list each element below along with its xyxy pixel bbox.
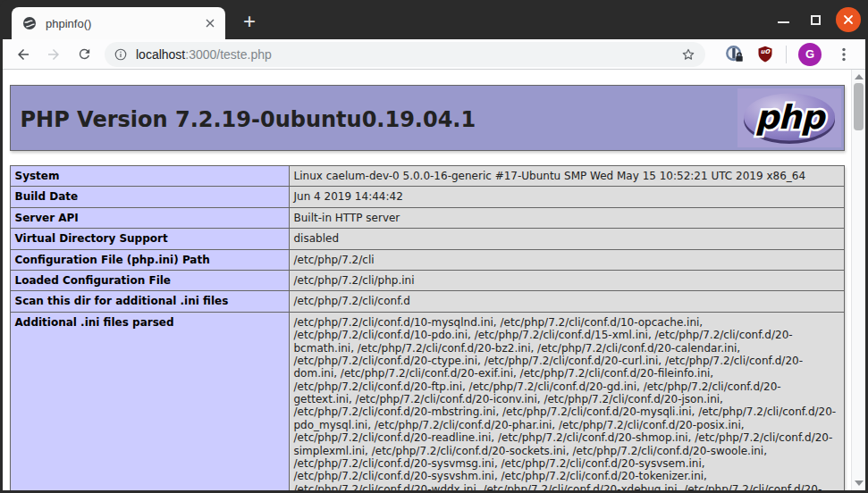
browser-window: phpinfo() + xyxy=(0,0,868,493)
phpinfo-table: System Linux caelum-dev-0 5.0.0-16-gener… xyxy=(10,165,845,490)
row-label: Loaded Configuration File xyxy=(10,270,289,290)
phpinfo-header: php PHP Version 7.2.19-0ubuntu0.19.04.1 xyxy=(10,85,845,151)
tab-title: phpinfo() xyxy=(46,17,202,30)
address-bar[interactable]: localhost:3000/teste.php xyxy=(105,42,705,67)
row-value: Linux caelum-dev-0 5.0.0-16-generic #17-… xyxy=(289,166,844,187)
table-row-system: System Linux caelum-dev-0 5.0.0-16-gener… xyxy=(10,166,844,187)
row-label: Additional .ini files parsed xyxy=(10,312,289,490)
table-row-build-date: Build Date Jun 4 2019 14:44:42 xyxy=(10,187,844,207)
row-value: /etc/php/7.2/cli/conf.d/10-mysqlnd.ini, … xyxy=(289,312,844,490)
table-row-additional-ini: Additional .ini files parsed /etc/php/7.… xyxy=(10,312,844,490)
url-path: :3000/teste.php xyxy=(185,47,272,62)
forward-arrow-icon xyxy=(46,46,62,63)
page-info-button[interactable] xyxy=(114,47,128,62)
back-arrow-icon xyxy=(15,46,31,63)
page-title: PHP Version 7.2.19-0ubuntu0.19.04.1 xyxy=(11,86,844,132)
row-value: /etc/php/7.2/cli/conf.d xyxy=(289,291,844,312)
window-body: localhost:3000/teste.php uO xyxy=(0,39,868,493)
row-label: System xyxy=(10,166,289,187)
table-row-server-api: Server API Built-in HTTP server xyxy=(10,207,844,228)
three-dot-menu-icon xyxy=(837,46,851,63)
table-row-virtual-directory: Virtual Directory Support disabled xyxy=(10,229,844,249)
reload-icon xyxy=(77,46,92,62)
forward-button[interactable] xyxy=(40,41,67,68)
page-content-area: php PHP Version 7.2.19-0ubuntu0.19.04.1 … xyxy=(3,70,865,490)
star-icon xyxy=(680,46,696,63)
globe-icon xyxy=(22,16,37,30)
php-logo[interactable]: php xyxy=(737,88,841,147)
scrollbar-thumb[interactable] xyxy=(854,83,864,130)
info-icon xyxy=(114,47,128,62)
row-value: Jun 4 2019 14:44:42 xyxy=(289,187,844,207)
row-label: Build Date xyxy=(10,187,289,207)
url-text[interactable]: localhost:3000/teste.php xyxy=(136,47,673,62)
scroll-down-arrow-icon[interactable] xyxy=(855,480,864,486)
row-label: Server API xyxy=(10,207,289,228)
php-logo-text: php xyxy=(754,98,826,137)
back-button[interactable] xyxy=(10,41,37,68)
reload-button[interactable] xyxy=(71,41,97,68)
row-value: Built-in HTTP server xyxy=(289,207,844,228)
page-scrollbar[interactable] xyxy=(851,70,865,490)
password-lock-extension-icon[interactable] xyxy=(725,45,745,64)
window-controls xyxy=(771,0,861,39)
bookmark-button[interactable] xyxy=(680,46,696,63)
scroll-up-arrow-icon[interactable] xyxy=(855,74,864,79)
new-tab-button[interactable]: + xyxy=(236,8,263,35)
row-value: disabled xyxy=(289,229,844,249)
toolbar-separator xyxy=(786,46,787,63)
tab-close-icon[interactable] xyxy=(202,15,218,31)
phpinfo-page: php PHP Version 7.2.19-0ubuntu0.19.04.1 … xyxy=(3,70,851,490)
row-value: /etc/php/7.2/cli/php.ini xyxy=(289,270,844,290)
extensions-area: uO G xyxy=(725,42,855,67)
minimize-button[interactable] xyxy=(771,8,795,31)
row-label: Configuration File (php.ini) Path xyxy=(10,249,289,270)
browser-toolbar: localhost:3000/teste.php uO xyxy=(3,39,865,70)
table-row-config-path: Configuration File (php.ini) Path /etc/p… xyxy=(10,249,844,270)
row-value: /etc/php/7.2/cli xyxy=(289,249,844,270)
profile-avatar[interactable]: G xyxy=(798,43,822,66)
maximize-button[interactable] xyxy=(804,8,827,31)
window-close-button[interactable] xyxy=(836,7,861,32)
url-host: localhost xyxy=(136,47,185,62)
table-row-scan-dir: Scan this dir for additional .ini files … xyxy=(10,291,844,312)
row-label: Virtual Directory Support xyxy=(10,229,289,249)
browser-tab[interactable]: phpinfo() xyxy=(12,7,225,39)
browser-menu-button[interactable] xyxy=(833,42,855,67)
table-row-loaded-config: Loaded Configuration File /etc/php/7.2/c… xyxy=(10,270,844,290)
row-label: Scan this dir for additional .ini files xyxy=(10,291,289,312)
tab-strip: phpinfo() + xyxy=(0,0,868,39)
svg-text:uO: uO xyxy=(761,48,771,55)
ublock-origin-shield-icon[interactable]: uO xyxy=(756,45,774,63)
